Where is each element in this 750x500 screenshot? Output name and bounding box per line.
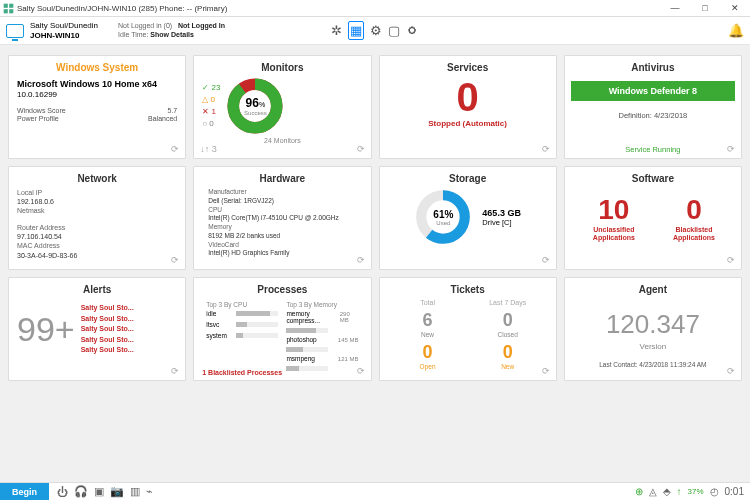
alert-item[interactable]: Salty Soul Sto... bbox=[81, 335, 134, 346]
maximize-button[interactable]: □ bbox=[690, 0, 720, 17]
headset-icon[interactable]: 🎧 bbox=[74, 485, 88, 498]
process-row: system bbox=[206, 332, 278, 339]
alert-item[interactable]: Salty Soul Sto... bbox=[81, 314, 134, 325]
refresh-icon[interactable]: ⟳ bbox=[171, 144, 179, 154]
app-icon bbox=[3, 3, 14, 14]
person-icon[interactable]: ⬘ bbox=[663, 486, 671, 497]
card-alerts[interactable]: Alerts 99+ Salty Soul Sto...Salty Soul S… bbox=[8, 277, 186, 381]
show-details-link[interactable]: Show Details bbox=[150, 31, 194, 38]
monitors-neutral: ○ 0 bbox=[202, 118, 220, 130]
sync-icon[interactable]: ▥ bbox=[130, 485, 140, 498]
monitors-err: ✕ 1 bbox=[202, 106, 220, 118]
ticket-stat: 6New bbox=[388, 308, 468, 340]
process-row: idle bbox=[206, 310, 278, 317]
process-row: msmpeng121 MB bbox=[286, 355, 358, 362]
org-path: Salty Soul/Dunedin bbox=[30, 21, 98, 31]
card-windows-system[interactable]: Windows System Microsoft Windows 10 Home… bbox=[8, 55, 186, 159]
ticket-stat: 0Closed bbox=[468, 308, 548, 340]
storage-donut: 61% Used bbox=[414, 188, 472, 246]
window-titlebar: Salty Soul/Dunedin/JOHN-WIN10 (285) Phon… bbox=[0, 0, 750, 17]
card-antivirus[interactable]: Antivirus Windows Defender 8 Definition:… bbox=[564, 55, 742, 159]
plug-icon[interactable]: ⭘ bbox=[406, 23, 419, 38]
target-icon[interactable]: ⊕ bbox=[635, 486, 643, 497]
refresh-icon[interactable]: ⟳ bbox=[727, 255, 735, 265]
alert-item[interactable]: Salty Soul Sto... bbox=[81, 345, 134, 356]
refresh-icon[interactable]: ⟳ bbox=[542, 255, 550, 265]
close-button[interactable]: ✕ bbox=[720, 0, 750, 17]
card-monitors[interactable]: Monitors ✓ 23 △ 0 ✕ 1 ○ 0 96% Success 24… bbox=[193, 55, 371, 159]
svg-rect-0 bbox=[4, 3, 8, 7]
refresh-icon[interactable]: ⟳ bbox=[727, 144, 735, 154]
minimize-button[interactable]: — bbox=[660, 0, 690, 17]
svg-rect-3 bbox=[9, 9, 13, 13]
monitors-donut: 96% Success bbox=[226, 77, 284, 135]
sort-icon[interactable]: ↓↑ 3 bbox=[200, 144, 217, 154]
refresh-icon[interactable]: ⟳ bbox=[171, 366, 179, 376]
refresh-icon[interactable]: ⟳ bbox=[357, 144, 365, 154]
unplug-icon[interactable]: ⌁ bbox=[146, 485, 153, 498]
refresh-icon[interactable]: ⟳ bbox=[357, 255, 365, 265]
app-header: Salty Soul/Dunedin JOHN-WIN10 Not Logged… bbox=[0, 17, 750, 45]
ticket-stat: 0Open bbox=[388, 340, 468, 372]
ticket-stat: 0New bbox=[468, 340, 548, 372]
refresh-icon[interactable]: ⟳ bbox=[357, 366, 365, 376]
dashboard-grid: Windows System Microsoft Windows 10 Home… bbox=[0, 45, 750, 391]
status-bar: Begin ⏻ 🎧 ▣ 📷 ▥ ⌁ ⊕ ◬ ⬘ ↑ 37% ◴ 0:01 bbox=[0, 482, 750, 500]
tiles-view-icon[interactable]: ▦ bbox=[348, 21, 364, 40]
process-row: memory compress...290 MB bbox=[286, 310, 358, 324]
process-row: ltsvc bbox=[206, 321, 278, 328]
monitors-ok: ✓ 23 bbox=[202, 82, 220, 94]
card-tickets[interactable]: Tickets Total Last 7 Days 6New0Closed0Op… bbox=[379, 277, 557, 381]
refresh-icon[interactable]: ⟳ bbox=[727, 366, 735, 376]
upload-icon: ↑ bbox=[677, 486, 682, 497]
card-agent[interactable]: Agent 120.347 Version Last Contact: 4/23… bbox=[564, 277, 742, 381]
monitor-settings-icon[interactable]: ▢ bbox=[388, 23, 400, 38]
process-row: photoshop145 MB bbox=[286, 336, 358, 343]
power-icon[interactable]: ⏻ bbox=[57, 486, 68, 498]
refresh-icon[interactable]: ⟳ bbox=[542, 366, 550, 376]
clock-icon: ◴ bbox=[710, 486, 719, 497]
card-hardware[interactable]: Hardware Manufacturer Dell (Serial: 1RGV… bbox=[193, 166, 371, 270]
terminal-icon[interactable]: ▣ bbox=[94, 485, 104, 498]
svg-rect-2 bbox=[4, 9, 8, 13]
card-services[interactable]: Services 0 Stopped (Automatic) ⟳ bbox=[379, 55, 557, 159]
card-processes[interactable]: Processes Top 3 By CPU idleltsvcsystem T… bbox=[193, 277, 371, 381]
alerts-list: Salty Soul Sto...Salty Soul Sto...Salty … bbox=[81, 303, 134, 356]
refresh-icon[interactable]: ⟳ bbox=[171, 255, 179, 265]
card-software[interactable]: Software 10 Unclassified Applications 0 … bbox=[564, 166, 742, 270]
camera-icon[interactable]: 📷 bbox=[110, 485, 124, 498]
alert-item[interactable]: Salty Soul Sto... bbox=[81, 303, 134, 314]
gear-icon[interactable]: ⚙ bbox=[370, 23, 382, 38]
card-network[interactable]: Network Local IP 192.168.0.6 Netmask Rou… bbox=[8, 166, 186, 270]
begin-button[interactable]: Begin bbox=[0, 483, 49, 500]
view-toolbar: ✲ ▦ ⚙ ▢ ⭘ bbox=[331, 21, 419, 40]
tune-icon[interactable]: ✲ bbox=[331, 23, 342, 38]
notifications-icon[interactable]: 🔔 bbox=[728, 23, 744, 38]
hostname: JOHN-WIN10 bbox=[30, 31, 98, 41]
computer-icon bbox=[6, 24, 24, 38]
window-title: Salty Soul/Dunedin/JOHN-WIN10 (285) Phon… bbox=[17, 4, 227, 13]
alert-item[interactable]: Salty Soul Sto... bbox=[81, 324, 134, 335]
refresh-icon[interactable]: ⟳ bbox=[542, 144, 550, 154]
svg-rect-1 bbox=[9, 3, 13, 7]
signal-icon[interactable]: ◬ bbox=[649, 486, 657, 497]
card-storage[interactable]: Storage 61% Used 465.3 GB Drive [C] ⟳ bbox=[379, 166, 557, 270]
monitors-warn: △ 0 bbox=[202, 94, 220, 106]
